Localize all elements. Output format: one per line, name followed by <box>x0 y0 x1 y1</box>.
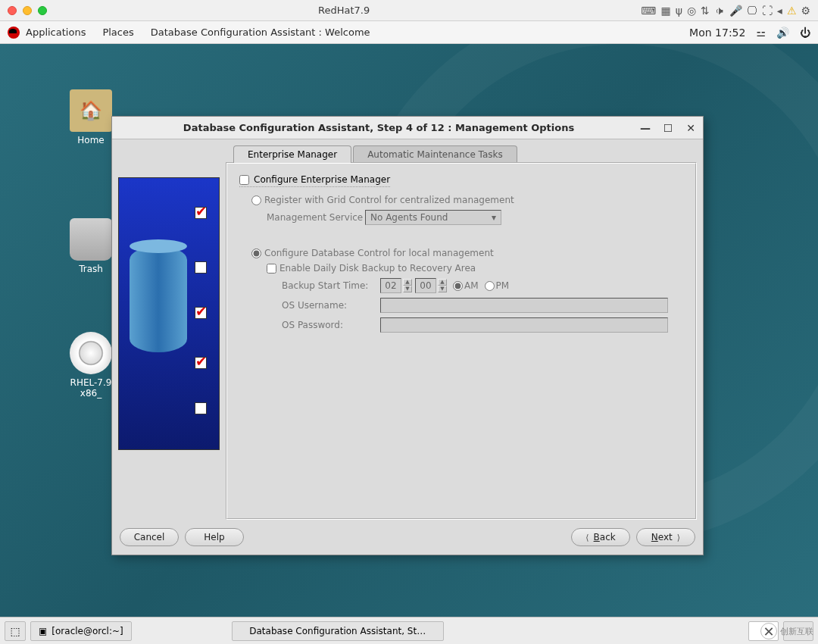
enable-backup-checkbox[interactable] <box>267 264 276 274</box>
tab-enterprise-manager[interactable]: Enterprise Manager <box>233 145 351 163</box>
workspace-2[interactable] <box>783 621 813 641</box>
am-label: AM <box>464 280 479 291</box>
backup-minute-spinner[interactable]: 00 <box>415 278 436 293</box>
step-checkbox-icon <box>195 307 207 319</box>
disc-icon <box>70 332 112 374</box>
os-password-row: OS Password: <box>282 317 683 333</box>
cancel-button[interactable]: Cancel <box>120 528 179 546</box>
network-status-icon[interactable]: ⚍ <box>756 27 766 39</box>
vm-title: RedHat7.9 <box>47 5 641 16</box>
taskbar-dbca[interactable]: Database Configuration Assistant, St… <box>232 621 444 641</box>
enable-backup-label: Enable Daily Disk Backup to Recovery Are… <box>279 263 476 274</box>
mgmt-service-label: Management Service <box>267 212 365 223</box>
config-db-control-label: Configure Database Control for local man… <box>264 248 494 258</box>
cpu-icon[interactable]: ▦ <box>660 5 670 17</box>
mac-menu-extras: ⌨ ▦ ψ ◎ ⇅ 🕩 🎤 🖵 ⛶ ◂ ⚠ ⚙ <box>641 5 810 17</box>
folder-home-icon: 🏠 <box>70 89 112 132</box>
configure-em-checkbox-row[interactable]: Configure Enterprise Manager <box>239 174 390 187</box>
spin-down-icon[interactable]: ▼ <box>438 286 447 292</box>
mic-icon[interactable]: 🎤 <box>729 5 742 17</box>
taskbar-dbca-label: Database Configuration Assistant, St… <box>249 626 426 636</box>
configure-em-checkbox[interactable] <box>239 175 249 185</box>
volume-icon[interactable]: 🔊 <box>776 27 789 39</box>
window-controls: — ☐ ✕ <box>639 122 697 134</box>
config-db-control-radio[interactable] <box>251 249 261 258</box>
wizard-sidebar-image <box>118 177 220 450</box>
terminal-icon: ▣ <box>39 626 47 636</box>
trash-icon <box>70 218 112 261</box>
bottom-taskbar: ⬚ ▣ [oracle@orcl:~] Database Configurati… <box>0 617 818 644</box>
os-password-field[interactable] <box>380 317 668 333</box>
disc-icon[interactable]: ◎ <box>687 5 696 17</box>
backup-hour-spinner[interactable]: 02 <box>380 278 401 293</box>
spin-up-icon[interactable]: ▲ <box>438 279 447 286</box>
step-checkbox-icon <box>195 402 207 414</box>
chevron-right-icon: ⟩ <box>677 533 680 542</box>
places-menu[interactable]: Places <box>102 27 133 38</box>
sound-icon[interactable]: 🕩 <box>714 5 725 17</box>
mac-titlebar: RedHat7.9 ⌨ ▦ ψ ◎ ⇅ 🕩 🎤 🖵 ⛶ ◂ ⚠ ⚙ <box>0 0 818 21</box>
help-button[interactable]: Help <box>185 528 244 546</box>
show-desktop-button[interactable]: ⬚ <box>5 621 26 641</box>
power-icon[interactable]: ⏻ <box>800 27 810 39</box>
keyboard-icon[interactable]: ⌨ <box>641 5 656 17</box>
network-icon[interactable]: ⇅ <box>701 5 710 17</box>
database-cylinder-icon <box>130 246 187 352</box>
register-grid-row: Register with Grid Control for centraliz… <box>251 195 683 205</box>
register-grid-radio[interactable] <box>251 195 261 205</box>
pm-radio[interactable] <box>485 281 495 291</box>
applications-menu[interactable]: Applications <box>26 27 86 38</box>
taskbar-terminal-label: [oracle@orcl:~] <box>52 626 123 636</box>
step-checkbox-icon <box>195 357 207 369</box>
gear-icon[interactable]: ⚙ <box>801 5 810 17</box>
spin-up-icon[interactable]: ▲ <box>403 279 412 286</box>
tab-automatic-maintenance[interactable]: Automatic Maintenance Tasks <box>353 145 517 163</box>
usb-icon[interactable]: ψ <box>676 5 682 17</box>
display-icon[interactable]: 🖵 <box>747 5 757 17</box>
enable-backup-row: Enable Daily Disk Backup to Recovery Are… <box>267 263 683 274</box>
taskbar-terminal[interactable]: ▣ [oracle@orcl:~] <box>30 621 132 641</box>
os-username-label: OS Username: <box>282 300 380 311</box>
zoom-window-icon[interactable] <box>38 6 47 15</box>
tabs: Enterprise Manager Automatic Maintenance… <box>233 145 519 163</box>
dialog-titlebar[interactable]: Database Configuration Assistant, Step 4… <box>112 117 703 139</box>
configure-em-label: Configure Enterprise Manager <box>254 174 390 185</box>
next-button[interactable]: Next ⟩ <box>636 528 695 546</box>
mgmt-service-value: No Agents Found <box>370 212 448 223</box>
maximize-icon[interactable]: ☐ <box>662 122 674 134</box>
register-grid-label: Register with Grid Control for centraliz… <box>264 195 514 205</box>
active-window-title[interactable]: Database Configuration Assistant : Welco… <box>151 27 370 38</box>
traffic-lights <box>8 6 47 15</box>
chevron-down-icon: ▾ <box>492 212 496 223</box>
workspace-1[interactable] <box>748 621 779 641</box>
close-icon[interactable]: ✕ <box>685 122 697 134</box>
desktop: 🏠 Home Trash RHEL-7.9 x86_ Database Conf… <box>0 44 818 617</box>
dialog-title: Database Configuration Assistant, Step 4… <box>118 122 639 133</box>
backup-time-label: Backup Start Time: <box>282 280 380 291</box>
pm-label: PM <box>496 280 510 291</box>
os-password-label: OS Password: <box>282 320 380 330</box>
minimize-window-icon[interactable] <box>23 6 32 15</box>
back-icon[interactable]: ◂ <box>777 5 782 17</box>
chevron-left-icon: ⟨ <box>585 533 589 542</box>
redhat-logo-icon[interactable] <box>8 27 20 39</box>
os-username-row: OS Username: <box>282 298 683 313</box>
gnome-top-panel: Applications Places Database Configurati… <box>0 21 818 44</box>
back-button[interactable]: ⟨ Back <box>571 528 630 546</box>
spin-down-icon[interactable]: ▼ <box>403 286 412 292</box>
clock[interactable]: Mon 17:52 <box>689 27 745 39</box>
warning-icon[interactable]: ⚠ <box>787 5 797 17</box>
dbca-dialog: Database Configuration Assistant, Step 4… <box>111 116 704 555</box>
dialog-footer: Cancel Help ⟨ Back Next ⟩ <box>112 520 703 555</box>
fullscreen-icon[interactable]: ⛶ <box>762 5 773 17</box>
config-db-control-row: Configure Database Control for local man… <box>251 248 683 258</box>
os-username-field[interactable] <box>380 298 668 313</box>
close-window-icon[interactable] <box>8 6 17 15</box>
mgmt-service-row: Management Service No Agents Found ▾ <box>267 210 683 225</box>
mgmt-service-combo[interactable]: No Agents Found ▾ <box>365 210 501 225</box>
minimize-icon[interactable]: — <box>639 122 651 134</box>
am-radio[interactable] <box>453 281 463 291</box>
step-checkbox-icon <box>195 261 207 274</box>
main-panel: Configure Enterprise Manager Register wi… <box>226 162 697 520</box>
backup-time-row: Backup Start Time: 02 ▲▼ 00 ▲▼ A <box>282 278 683 293</box>
